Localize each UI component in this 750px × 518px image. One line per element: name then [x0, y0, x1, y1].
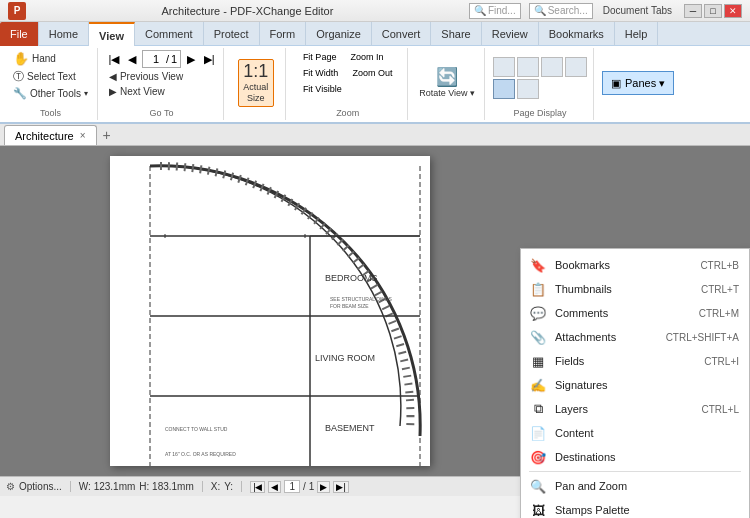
status-next-page-btn[interactable]: ▶: [317, 481, 330, 493]
options-section: ⚙ Options...: [6, 481, 71, 492]
maximize-button[interactable]: □: [704, 4, 722, 18]
group-zoom: Fit Page Zoom In Fit Width Zoom Out Fit …: [288, 48, 408, 120]
page-nav-section: |◀ ◀ 1 / 1 ▶ ▶|: [250, 480, 349, 493]
prev-page-btn[interactable]: ◀: [124, 51, 140, 67]
group-actual-size: 1:1 ActualSize: [226, 48, 286, 120]
page-number-input[interactable]: [146, 53, 166, 65]
minimize-button[interactable]: ─: [684, 4, 702, 18]
next-page-btn[interactable]: ▶: [183, 51, 199, 67]
menu-item-signatures[interactable]: ✍Signatures: [521, 373, 749, 397]
fit-visible-btn[interactable]: Fit Visible: [298, 82, 347, 96]
layers-icon: ⧉: [529, 401, 547, 417]
menu-item-layers[interactable]: ⧉LayersCTRL+L: [521, 397, 749, 421]
tab-view[interactable]: View: [89, 22, 135, 46]
next-view-btn[interactable]: ▶ Next View: [106, 85, 168, 98]
doc-tab-close[interactable]: ×: [80, 130, 86, 141]
tab-share[interactable]: Share: [431, 22, 481, 46]
document-tabs-btn[interactable]: Document Tabs: [603, 5, 672, 16]
single-page-btn[interactable]: [493, 57, 515, 77]
menu-item-content[interactable]: 📄Content: [521, 421, 749, 445]
actual-size-btn[interactable]: 1:1 ActualSize: [238, 59, 274, 107]
zoom-out-btn[interactable]: Zoom Out: [347, 66, 397, 80]
zoom-in-btn[interactable]: Zoom In: [345, 50, 388, 64]
continuous-facing-btn[interactable]: [565, 57, 587, 77]
last-page-btn[interactable]: ▶|: [201, 51, 217, 67]
separate-view-btn[interactable]: [517, 79, 539, 99]
select-text-btn[interactable]: Ⓣ Select Text: [10, 68, 79, 85]
signatures-label: Signatures: [555, 379, 739, 391]
fields-shortcut: CTRL+I: [704, 356, 739, 367]
tab-comment[interactable]: Comment: [135, 22, 204, 46]
doc-tab-architecture[interactable]: Architecture ×: [4, 125, 97, 145]
continuous-btn[interactable]: [541, 57, 563, 77]
thumbnails-label: Thumbnails: [555, 283, 693, 295]
menu-item-panzoom[interactable]: 🔍Pan and Zoom: [521, 474, 749, 498]
prev-view-btn[interactable]: ◀ Previous View: [106, 70, 186, 83]
facing-pages-btn[interactable]: [517, 57, 539, 77]
tab-organize[interactable]: Organize: [306, 22, 372, 46]
tab-help[interactable]: Help: [615, 22, 659, 46]
status-prev-page-btn[interactable]: ◀: [268, 481, 281, 493]
svg-text:FOR BEAM SIZE: FOR BEAM SIZE: [330, 303, 369, 309]
fields-label: Fields: [555, 355, 696, 367]
hand-tool-btn[interactable]: ✋ Hand: [10, 50, 59, 67]
menu-item-destinations[interactable]: 🎯Destinations: [521, 445, 749, 469]
menu-item-comments[interactable]: 💬CommentsCTRL+M: [521, 301, 749, 325]
destinations-label: Destinations: [555, 451, 739, 463]
svg-text:BEDROOMS: BEDROOMS: [325, 273, 378, 283]
close-button[interactable]: ✕: [724, 4, 742, 18]
new-tab-btn[interactable]: +: [97, 125, 117, 145]
status-last-page-btn[interactable]: ▶|: [333, 481, 348, 493]
height-label: H: 183.1mm: [139, 481, 193, 492]
panes-dropdown-menu: 🔖BookmarksCTRL+B📋ThumbnailsCTRL+T💬Commen…: [520, 248, 750, 518]
tab-home[interactable]: Home: [39, 22, 89, 46]
y-label: Y:: [224, 481, 233, 492]
search-box[interactable]: 🔍 Search...: [529, 3, 593, 19]
group-page-display: Page Display: [487, 48, 594, 120]
menu-item-bookmarks[interactable]: 🔖BookmarksCTRL+B: [521, 253, 749, 277]
content-icon: 📄: [529, 425, 547, 441]
split-view-btn[interactable]: [493, 79, 515, 99]
other-tools-btn[interactable]: 🔧 Other Tools ▾: [10, 86, 91, 101]
svg-text:SEE STRUCTURAL DWGS: SEE STRUCTURAL DWGS: [330, 296, 392, 302]
doc-tab-label: Architecture: [15, 130, 74, 142]
window-title: Architecture - PDF-XChange Editor: [26, 5, 469, 17]
tab-bookmarks[interactable]: Bookmarks: [539, 22, 615, 46]
bookmarks-icon: 🔖: [529, 257, 547, 273]
menu-item-thumbnails[interactable]: 📋ThumbnailsCTRL+T: [521, 277, 749, 301]
fit-width-btn[interactable]: Fit Width: [298, 66, 344, 80]
first-page-btn[interactable]: |◀: [106, 51, 122, 67]
group-goto: |◀ ◀ / 1 ▶ ▶| ◀ Previous View ▶ Next Vie…: [100, 48, 224, 120]
layers-shortcut: CTRL+L: [701, 404, 739, 415]
status-first-page-btn[interactable]: |◀: [250, 481, 265, 493]
tab-convert[interactable]: Convert: [372, 22, 432, 46]
tab-review[interactable]: Review: [482, 22, 539, 46]
comments-shortcut: CTRL+M: [699, 308, 739, 319]
svg-text:BASEMENT: BASEMENT: [325, 423, 375, 433]
tab-protect[interactable]: Protect: [204, 22, 260, 46]
menu-item-attachments[interactable]: 📎AttachmentsCTRL+SHIFT+A: [521, 325, 749, 349]
status-page-num: 1: [284, 480, 300, 493]
search-icon: 🔍: [534, 5, 546, 16]
panes-dropdown-btn[interactable]: ▣ Panes ▾: [602, 71, 674, 95]
bookmarks-label: Bookmarks: [555, 259, 692, 271]
svg-text:CONNECT TO WALL STUD: CONNECT TO WALL STUD: [165, 426, 228, 432]
svg-text:AT 16" O.C. OR AS REQUIRED: AT 16" O.C. OR AS REQUIRED: [165, 451, 236, 457]
tab-form[interactable]: Form: [260, 22, 307, 46]
options-btn[interactable]: ⚙: [6, 481, 15, 492]
menu-item-fields[interactable]: ▦FieldsCTRL+I: [521, 349, 749, 373]
stamps-icon: 🖼: [529, 502, 547, 518]
attachments-shortcut: CTRL+SHIFT+A: [666, 332, 739, 343]
dimensions-section: W: 123.1mm H: 183.1mm: [79, 481, 203, 492]
bookmarks-shortcut: CTRL+B: [700, 260, 739, 271]
status-page-total: 1: [309, 481, 315, 492]
width-label: W: 123.1mm: [79, 481, 136, 492]
fit-page-btn[interactable]: Fit Page: [298, 50, 342, 64]
rotate-view-btn[interactable]: 🔄 Rotate View ▾: [416, 66, 478, 101]
panzoom-label: Pan and Zoom: [555, 480, 739, 492]
options-label[interactable]: Options...: [19, 481, 62, 492]
find-box[interactable]: 🔍 Find...: [469, 3, 521, 19]
layers-label: Layers: [555, 403, 693, 415]
tab-file[interactable]: File: [0, 22, 39, 46]
menu-item-stamps[interactable]: 🖼Stamps Palette: [521, 498, 749, 518]
